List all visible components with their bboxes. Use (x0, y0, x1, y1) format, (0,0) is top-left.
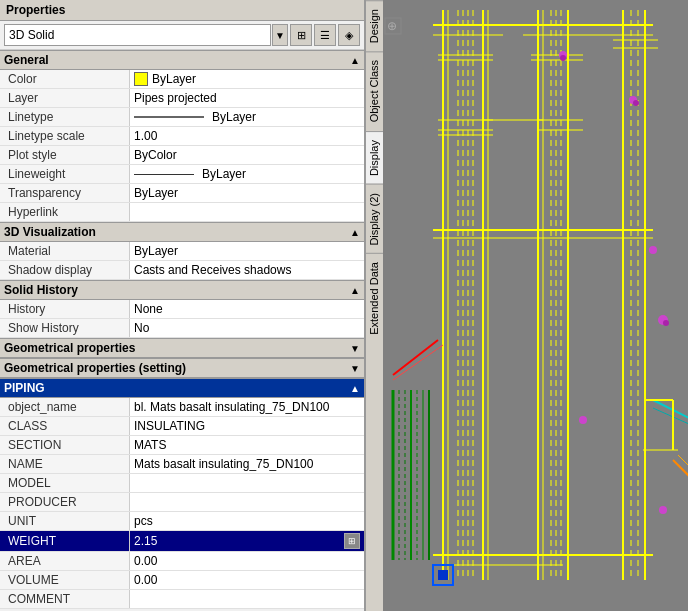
prop-class-value[interactable]: INSULATING (130, 417, 364, 435)
section-geom-props-setting[interactable]: Geometrical properties (setting) ▼ (0, 358, 364, 378)
linetype-scale-text: 1.00 (134, 129, 157, 143)
section-general-arrow: ▲ (350, 55, 360, 66)
prop-transparency-label: Transparency (0, 184, 130, 202)
prop-transparency-value[interactable]: ByLayer (130, 184, 364, 202)
prop-weight[interactable]: WEIGHT 2.15 ⊞ (0, 531, 364, 552)
lineweight-icon (134, 174, 194, 175)
tab-extended-data[interactable]: Extended Data (366, 253, 383, 343)
prop-material-value[interactable]: ByLayer (130, 242, 364, 260)
prop-unit-value[interactable]: pcs (130, 512, 364, 530)
prop-weight-value[interactable]: 2.15 ⊞ (130, 531, 364, 551)
prop-producer-label: PRODUCER (0, 493, 130, 511)
prop-name: NAME Mats basalt insulating_75_DN100 (0, 455, 364, 474)
prop-object-name-value[interactable]: bl. Mats basalt insulating_75_DN100 (130, 398, 364, 416)
dropdown-arrow-btn[interactable]: ▼ (272, 24, 288, 46)
prop-shadow-value[interactable]: Casts and Receives shadows (130, 261, 364, 279)
prop-comment-label: COMMENT (0, 590, 130, 608)
prop-lineweight-label: Lineweight (0, 165, 130, 183)
viewport-area: Design Object Class Display Display (2) … (365, 0, 688, 611)
cad-viewport[interactable]: [-][Custom View][2D Wireframe] ⊕ (383, 0, 688, 611)
material-text: ByLayer (134, 244, 178, 258)
weight-btn[interactable]: ⊞ (344, 533, 360, 549)
tab-design[interactable]: Design (366, 0, 383, 51)
section-piping-arrow: ▲ (350, 383, 360, 394)
section-piping[interactable]: PIPING ▲ (0, 378, 364, 398)
prop-area-value[interactable]: 0.00 (130, 552, 364, 570)
prop-comment-value[interactable] (130, 590, 364, 608)
prop-hyperlink: Hyperlink (0, 203, 364, 222)
prop-color-label: Color (0, 70, 130, 88)
tab-display-2[interactable]: Display (2) (366, 184, 383, 254)
prop-show-history: Show History No (0, 319, 364, 338)
tab-object-class[interactable]: Object Class (366, 51, 383, 130)
section-3d-viz-label: 3D Visualization (4, 225, 96, 239)
prop-unit-label: UNIT (0, 512, 130, 530)
svg-rect-57 (438, 570, 448, 580)
class-text: INSULATING (134, 419, 205, 433)
section-solid-history-arrow: ▲ (350, 285, 360, 296)
properties-panel: Properties 3D Solid ▼ ⊞ ☰ ◈ General ▲ Co… (0, 0, 365, 611)
cad-drawing: ⊕ (383, 0, 688, 611)
prop-shadow: Shadow display Casts and Receives shadow… (0, 261, 364, 280)
prop-section-value[interactable]: MATS (130, 436, 364, 454)
prop-linetype-label: Linetype (0, 108, 130, 126)
vertical-tabs: Design Object Class Display Display (2) … (365, 0, 383, 611)
svg-text:⊕: ⊕ (387, 19, 397, 33)
section-solid-history-label: Solid History (4, 283, 78, 297)
section-solid-history[interactable]: Solid History ▲ (0, 280, 364, 300)
section-geom-props-setting-arrow: ▼ (350, 363, 360, 374)
prop-material-label: Material (0, 242, 130, 260)
prop-model-value[interactable] (130, 474, 364, 492)
lineweight-text: ByLayer (202, 167, 246, 181)
section-geom-props-arrow: ▼ (350, 343, 360, 354)
prop-volume-value[interactable]: 0.00 (130, 571, 364, 589)
history-text: None (134, 302, 163, 316)
section-3d-viz[interactable]: 3D Visualization ▲ (0, 222, 364, 242)
prop-linetype-scale-label: Linetype scale (0, 127, 130, 145)
show-history-text: No (134, 321, 149, 335)
prop-show-history-label: Show History (0, 319, 130, 337)
tab-display[interactable]: Display (366, 131, 383, 184)
prop-material: Material ByLayer (0, 242, 364, 261)
section-general[interactable]: General ▲ (0, 50, 364, 70)
prop-lineweight-value[interactable]: ByLayer (130, 165, 364, 183)
toggle-btn-1[interactable]: ⊞ (290, 24, 312, 46)
properties-content: General ▲ Color ByLayer Layer Pipes proj… (0, 50, 364, 611)
prop-producer: PRODUCER (0, 493, 364, 512)
section-3d-viz-arrow: ▲ (350, 227, 360, 238)
plot-style-text: ByColor (134, 148, 177, 162)
prop-weight-label: WEIGHT (0, 531, 130, 551)
prop-color-value[interactable]: ByLayer (130, 70, 364, 88)
object-type-dropdown[interactable]: 3D Solid (4, 24, 271, 46)
prop-hyperlink-label: Hyperlink (0, 203, 130, 221)
prop-object-name: object_name bl. Mats basalt insulating_7… (0, 398, 364, 417)
prop-linetype-value[interactable]: ByLayer (130, 108, 364, 126)
section-piping-label: PIPING (4, 381, 45, 395)
prop-name-value[interactable]: Mats basalt insulating_75_DN100 (130, 455, 364, 473)
prop-hyperlink-value[interactable] (130, 203, 364, 221)
section-geom-props-label: Geometrical properties (4, 341, 135, 355)
shadow-text: Casts and Receives shadows (134, 263, 291, 277)
weight-text: 2.15 (134, 534, 157, 548)
svg-point-54 (579, 416, 587, 424)
prop-show-history-value[interactable]: No (130, 319, 364, 337)
toggle-btn-2[interactable]: ☰ (314, 24, 336, 46)
prop-volume-label: VOLUME (0, 571, 130, 589)
prop-linetype-scale-value[interactable]: 1.00 (130, 127, 364, 145)
prop-shadow-label: Shadow display (0, 261, 130, 279)
section-geom-props[interactable]: Geometrical properties ▼ (0, 338, 364, 358)
prop-layer-label: Layer (0, 89, 130, 107)
prop-history-label: History (0, 300, 130, 318)
prop-producer-value[interactable] (130, 493, 364, 511)
prop-area: AREA 0.00 (0, 552, 364, 571)
prop-history-value[interactable]: None (130, 300, 364, 318)
toolbar-row: 3D Solid ▼ ⊞ ☰ ◈ (0, 21, 364, 50)
prop-plot-style-value[interactable]: ByColor (130, 146, 364, 164)
prop-layer-value[interactable]: Pipes projected (130, 89, 364, 107)
prop-area-label: AREA (0, 552, 130, 570)
dashed-line-icon (134, 116, 204, 118)
prop-model-label: MODEL (0, 474, 130, 492)
prop-unit: UNIT pcs (0, 512, 364, 531)
toggle-btn-3[interactable]: ◈ (338, 24, 360, 46)
area-text: 0.00 (134, 554, 157, 568)
